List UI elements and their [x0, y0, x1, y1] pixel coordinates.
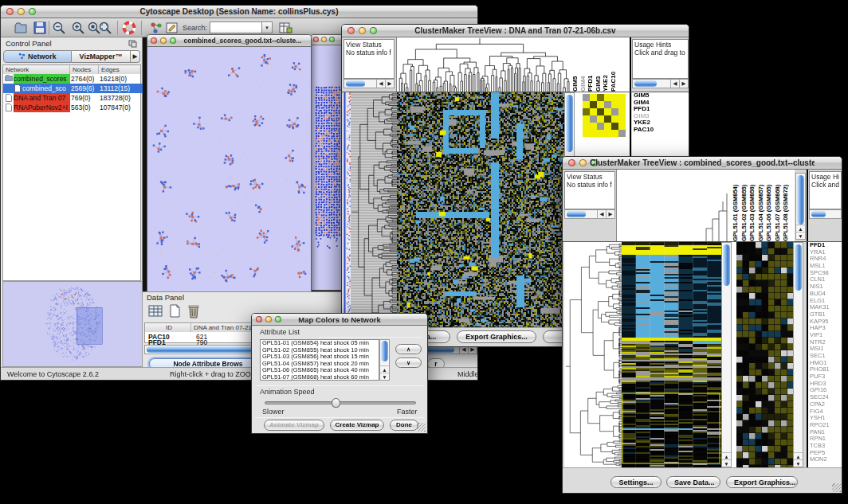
tab-overflow-button[interactable]: ▶ [131, 50, 140, 63]
gene-label[interactable]: GIM5 [632, 92, 689, 100]
animate-vizmap-button[interactable]: Animate Vizmap [264, 420, 324, 431]
scroll-up-arrow[interactable]: ▲ [796, 225, 805, 232]
minimize-button[interactable] [265, 316, 272, 322]
row-dendrogram-canvas[interactable] [351, 92, 397, 327]
gene-label[interactable]: RNR4 [808, 256, 842, 263]
tab-network[interactable]: Network [3, 50, 72, 63]
gene-label[interactable]: ELG1 [808, 298, 842, 305]
gene-label[interactable]: HRD3 [808, 381, 842, 388]
gene-label[interactable]: GIM3 [632, 113, 689, 120]
close-button[interactable] [151, 37, 157, 44]
array-label[interactable]: GPL51-02 (GSM855) [740, 170, 749, 241]
settings-button[interactable]: Settings... [610, 476, 662, 488]
expression-heatmap-canvas[interactable] [622, 242, 721, 467]
vscroll-thumb[interactable] [795, 244, 802, 291]
heatmap-vscrollbar[interactable]: ▲ ▼ [721, 242, 732, 467]
column-header-edges[interactable]: Edges [99, 65, 140, 74]
labels-vscrollbar[interactable]: ▲ ▼ [795, 173, 806, 240]
vscroll-thumb[interactable] [797, 175, 804, 225]
speed-slider-thumb[interactable] [332, 398, 340, 408]
array-label[interactable]: GPL51-06 (GSM865) [765, 170, 774, 241]
save-icon[interactable] [33, 21, 47, 35]
view-status-scrollbar[interactable]: ◀ ▶ [344, 79, 395, 88]
gene-label[interactable]: RPO21 [808, 422, 842, 429]
scroll-down-arrow[interactable]: ▼ [722, 459, 731, 467]
zoom-button[interactable] [170, 37, 176, 44]
gene-label[interactable]: TCB3 [808, 443, 842, 450]
dialog-titlebar[interactable]: Map Colors to Network [252, 314, 427, 326]
view-status-scrollbar[interactable]: ◀ ▶ [564, 209, 615, 219]
save-data-button[interactable]: Save Data... [666, 476, 720, 488]
column-label[interactable]: GIM4 [579, 37, 587, 92]
array-label[interactable]: GPL51-03 (GSM856) [748, 170, 757, 241]
usage-hints-scrollbar[interactable] [809, 209, 842, 219]
tab-vizmapper[interactable]: VizMapper™ [72, 50, 131, 63]
network-row-rnapubernov2[interactable]: RNAPuberNov2+I 563(0) 107847(0) [3, 103, 145, 112]
column-header-nodes[interactable]: Nodes [70, 65, 99, 74]
new-attribute-icon[interactable] [167, 303, 183, 318]
create-vizmap-button[interactable]: Create Vizmap [330, 420, 384, 431]
zoom-out-icon[interactable] [52, 21, 66, 35]
gene-label[interactable]: HAP3 [808, 325, 842, 332]
resize-grip[interactable] [417, 423, 426, 432]
main-titlebar[interactable]: Cytoscape Desktop (Session Name: collins… [1, 6, 477, 18]
hscroll-thumb[interactable] [634, 80, 657, 87]
vizmapper-icon[interactable] [149, 21, 163, 35]
gene-label[interactable]: GIM4 [632, 100, 689, 107]
scroll-left-arrow[interactable]: ◀ [597, 210, 606, 218]
delete-attribute-trash-icon[interactable] [186, 303, 202, 319]
move-down-button[interactable]: ∨ [395, 357, 422, 368]
scroll-down-arrow[interactable]: ▼ [796, 232, 805, 239]
close-button[interactable] [256, 316, 262, 322]
global-overview-strip[interactable] [344, 92, 351, 327]
column-dendrogram-canvas[interactable] [396, 37, 571, 92]
attribute-item[interactable]: GPL51-07 (GSM868) heat shock 60 min [261, 374, 379, 381]
column-label[interactable]: PFD1 [587, 37, 595, 92]
search-input[interactable] [210, 21, 262, 33]
id-column-header[interactable]: ID [145, 323, 191, 332]
column-label[interactable]: YKE2 [602, 37, 610, 92]
attribute-list-vscrollbar[interactable]: ▲ ▼ [379, 339, 390, 381]
hscroll-thumb[interactable] [811, 211, 826, 217]
hscroll-thumb[interactable] [567, 211, 586, 217]
gene-label[interactable]: GPI16 [808, 387, 842, 394]
network1-titlebar[interactable]: combined_scores_good.txt--cluste... [147, 35, 311, 47]
array-label[interactable]: GPL51-01 (GSM854) [732, 170, 740, 241]
network-overview-thumbnail[interactable] [2, 281, 143, 367]
gene-label[interactable]: SPC98 [808, 270, 842, 277]
gene-label[interactable]: NIS1 [808, 283, 842, 291]
array-label[interactable]: GPL51-07 (GSM868) [774, 170, 783, 241]
scroll-down-arrow[interactable]: ▼ [794, 459, 803, 467]
scroll-right-arrow[interactable]: ▶ [606, 210, 614, 218]
zoom-button[interactable] [329, 37, 335, 42]
gene-label[interactable]: SEC24 [808, 394, 842, 401]
gene-label[interactable]: PFD1 [632, 106, 689, 113]
column-header-network[interactable]: Network [3, 65, 70, 74]
close-button[interactable] [313, 37, 319, 42]
open-file-icon[interactable] [14, 21, 28, 35]
close-button[interactable] [347, 27, 355, 34]
scroll-left-arrow[interactable]: ◀ [670, 80, 679, 88]
gene-label[interactable]: PUF3 [808, 373, 842, 381]
column-label[interactable]: GIM5 [571, 37, 579, 92]
gene-label[interactable]: MON2 [808, 456, 842, 463]
scroll-up-arrow[interactable]: ▲ [380, 365, 389, 373]
search-dropdown-arrow[interactable]: ▼ [262, 21, 273, 33]
gene-label[interactable]: RPN1 [808, 436, 842, 443]
gene-label[interactable]: GTB1 [808, 311, 842, 318]
gene-label[interactable]: YSH1 [808, 415, 842, 422]
column-label[interactable]: GIM3 [595, 37, 603, 92]
vscroll-thumb[interactable] [723, 244, 730, 286]
gene-label[interactable]: YKE2 [632, 119, 689, 127]
gene-label[interactable]: MSL1 [808, 263, 842, 270]
speed-slider-track[interactable] [265, 401, 416, 404]
zoom-vscrollbar[interactable]: ▲ ▼ [793, 242, 803, 467]
export-graphics-button[interactable]: Export Graphics... [726, 476, 798, 488]
minimize-button[interactable] [359, 27, 366, 34]
gene-label[interactable]: BUD4 [808, 291, 842, 298]
minimize-button[interactable] [321, 37, 327, 42]
gene-label[interactable]: PHO81 [808, 366, 842, 373]
column-tree-canvas[interactable] [616, 170, 732, 241]
hscroll-thumb[interactable] [346, 80, 365, 87]
gene-label[interactable]: PEP5 [808, 450, 842, 457]
